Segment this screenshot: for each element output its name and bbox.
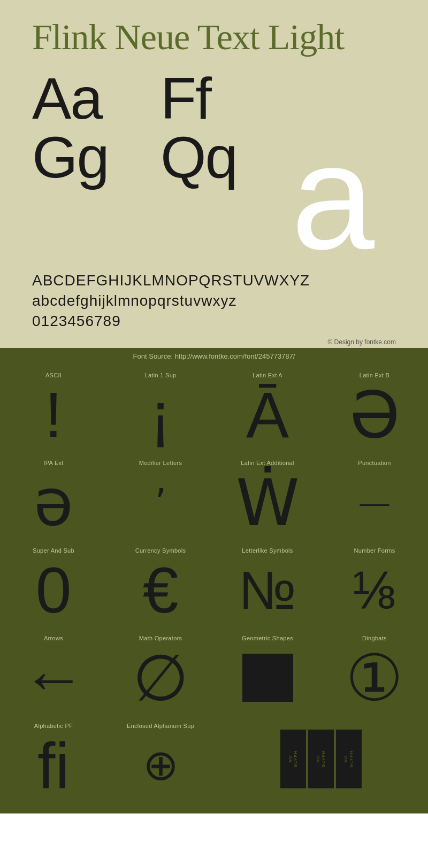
copyright-text: © Design by fontke.com (327, 338, 396, 346)
symbol-latinexta: Ā (246, 383, 289, 447)
no-glyph-text-2: NOGLYPH (316, 750, 326, 768)
symbol-latinextadd: Ẇ (236, 470, 300, 534)
glyph-cell-latinexta: Latin Ext A Ā (214, 365, 321, 452)
no-glyph-text-1: NOGLYPH (288, 750, 298, 768)
symbol-enclosedalphanums: ⊕ (143, 733, 179, 797)
label-ipaext: IPA Ext (43, 460, 63, 466)
no-glyph-box-3: NOGLYPH (336, 730, 362, 788)
symbol-supersub: 0 (36, 558, 72, 622)
glyph-cell-mathops: Math Operators ∅ (107, 627, 214, 715)
symbol-ascii: ! (44, 383, 62, 447)
label-mathops: Math Operators (139, 635, 182, 641)
label-punctuation: Punctuation (358, 460, 391, 466)
label-latin1sup: Latin 1 Sup (145, 372, 177, 378)
glyph-cell-arrows: Arrows ← (0, 627, 107, 715)
bottom-section: ASCII ! Latin 1 Sup ¡ Latin Ext A Ā Lati… (0, 365, 428, 813)
source-text: Font Source: http://www.fontke.com/font/… (133, 352, 295, 360)
label-geoshapes: Geometric Shapes (242, 635, 293, 641)
label-latinextb: Latin Ext B (360, 372, 390, 378)
no-glyph-box-2: NOGLYPH (308, 730, 334, 788)
label-supersub: Super And Sub (33, 547, 74, 554)
font-title: Flink Neue Text Light (32, 16, 396, 58)
no-glyph-container: NOGLYPH NOGLYPH NOGLYPH (280, 727, 362, 791)
symbol-numberforms: ⅛ (352, 558, 396, 622)
glyph-cell-modifierletters: Modifier Letters ʼ (107, 452, 214, 540)
label-numberforms: Number Forms (354, 547, 395, 554)
symbol-latinextb: Ə (349, 383, 400, 447)
label-alphabeticpf: Alphabetic PF (34, 723, 73, 729)
label-currency: Currency Symbols (135, 547, 186, 554)
glyph-large-a: a (291, 133, 374, 260)
top-section: Flink Neue Text Light Aa Gg Ff Qq a (0, 0, 428, 261)
glyph-cell-letterlike: Letterlike Symbols № (214, 540, 321, 627)
glyph-cell-punctuation: Punctuation — (321, 452, 428, 540)
glyph-pair-gg: Gg (32, 128, 109, 187)
glyph-pair-qq: Qq (160, 128, 237, 187)
glyph-cell-latin1sup: Latin 1 Sup ¡ (107, 365, 214, 452)
label-modifierletters: Modifier Letters (139, 460, 182, 466)
glyph-grid: ASCII ! Latin 1 Sup ¡ Latin Ext A Ā Lati… (0, 365, 428, 803)
label-latinextadd: Latin Ext Additional (241, 460, 294, 466)
glyph-cell-currency: Currency Symbols € (107, 540, 214, 627)
symbol-currency: € (143, 558, 179, 622)
source-bar: Font Source: http://www.fontke.com/font/… (0, 348, 428, 365)
symbol-punctuation: — (360, 470, 389, 534)
symbol-ipaext: ə (34, 470, 73, 534)
glyph-cell-latinextadd: Latin Ext Additional Ẇ (214, 452, 321, 540)
symbol-arrows: ← (21, 646, 86, 710)
glyph-cell-geoshapes: Geometric Shapes (214, 627, 321, 715)
label-ascii: ASCII (45, 372, 62, 378)
glyph-cell-latinextb: Latin Ext B Ə (321, 365, 428, 452)
label-latinexta: Latin Ext A (253, 372, 282, 378)
symbol-alphabeticpf: ﬁ (37, 733, 70, 797)
glyph-cell-ipaext: IPA Ext ə (0, 452, 107, 540)
glyph-cell-numberforms: Number Forms ⅛ (321, 540, 428, 627)
no-glyph-box-1: NOGLYPH (280, 730, 306, 788)
glyph-cell-dingbats: Dingbats ① (321, 627, 428, 715)
label-letterlike: Letterlike Symbols (242, 547, 293, 554)
symbol-modifierletters: ʼ (155, 470, 166, 534)
label-dingbats: Dingbats (362, 635, 387, 641)
symbol-dingbats: ① (346, 646, 403, 710)
no-glyph-text-3: NOGLYPH (343, 750, 354, 768)
copyright-bar: © Design by fontke.com (0, 335, 428, 348)
symbol-latin1sup: ¡ (150, 383, 171, 447)
label-enclosedalphanums: Enclosed Alphanum Sup (127, 723, 194, 729)
glyph-cell-noglyph: NOGLYPH NOGLYPH NOGLYPH (214, 715, 428, 803)
glyph-cell-enclosedalphanums: Enclosed Alphanum Sup ⊕ (107, 715, 214, 803)
alphabet-lower: abcdefghijklmnopqrstuvwxyz (32, 292, 396, 309)
symbol-geoshapes (242, 646, 293, 710)
glyph-cell-alphabeticpf: Alphabetic PF ﬁ (0, 715, 107, 803)
glyph-cell-supersub: Super And Sub 0 (0, 540, 107, 627)
glyph-cell-ascii: ASCII ! (0, 365, 107, 452)
glyph-pair-ff: Ff (160, 69, 237, 128)
alphabet-nums: 0123456789 (32, 313, 396, 330)
glyph-pair-aa: Aa (32, 69, 109, 128)
symbol-mathops: ∅ (133, 646, 189, 710)
label-arrows: Arrows (44, 635, 63, 641)
symbol-letterlike: № (239, 558, 296, 622)
